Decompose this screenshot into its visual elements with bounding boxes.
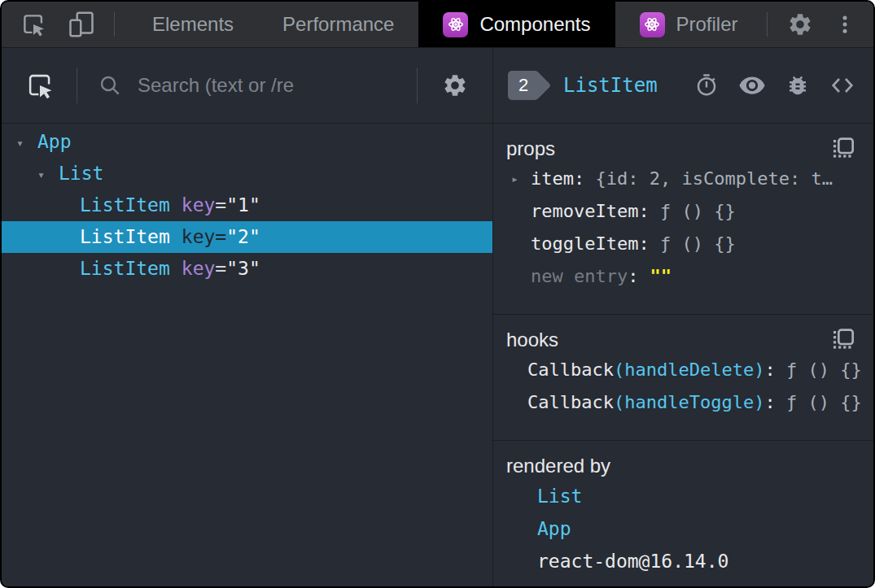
rendered-by-list-item[interactable]: List [493, 480, 873, 512]
expand-arrow[interactable]: ▸ [511, 163, 531, 195]
key-attr-value: "2" [226, 226, 260, 247]
tab-elements[interactable]: Elements [128, 2, 258, 47]
component-details-panel: 2 ListItem [492, 48, 873, 586]
settings-gear-icon[interactable] [787, 11, 813, 37]
hook-type: Callback [527, 392, 614, 412]
hook-row-handledelete[interactable]: Callback(handleDelete): ƒ () {} [493, 354, 873, 386]
tree-row-listitem-1[interactable]: ListItemkey="1" [2, 189, 492, 221]
hook-value: ƒ () {} [786, 359, 862, 380]
tab-profiler[interactable]: Profiler [615, 2, 763, 47]
key-attr-name: key [182, 226, 216, 247]
prop-value: {id: 2, isComplete: t… [595, 168, 832, 189]
selected-component-title: ListItem [563, 74, 658, 97]
details-actions [694, 72, 855, 99]
new-entry-placeholder[interactable]: new entry [531, 266, 628, 286]
key-attr-name: key [182, 258, 216, 279]
equals-sign: = [215, 258, 226, 279]
components-tree-panel: ▾App ▾List ListItemkey="1" ListItemkey="… [2, 48, 492, 586]
copy-props-icon[interactable] [831, 137, 857, 163]
expand-arrow[interactable]: ▾ [16, 128, 37, 159]
tree-row-listitem-3[interactable]: ListItemkey="3" [2, 253, 492, 285]
props-section-title: props [493, 135, 873, 163]
owner-link-list[interactable]: List [537, 486, 582, 507]
device-toolbar-icon[interactable] [67, 10, 96, 39]
more-options-kebab-icon[interactable] [833, 12, 857, 37]
prop-value: ƒ () {} [660, 201, 736, 221]
rendered-by-list-item[interactable]: App [493, 512, 873, 545]
inspect-dom-eye-icon[interactable] [738, 72, 766, 99]
key-attr-value: "3" [226, 258, 260, 279]
search-icon [97, 72, 123, 98]
separator: : [628, 266, 638, 286]
renderer-version: react-dom@16.14.0 [537, 551, 728, 572]
view-source-code-icon[interactable] [829, 72, 855, 98]
expand-arrow[interactable]: ▾ [37, 159, 59, 191]
component-name: ListItem [80, 194, 170, 216]
tree-row-app[interactable]: ▾App [2, 126, 492, 158]
suspend-timer-icon[interactable] [694, 73, 719, 98]
prop-name: item [531, 168, 574, 189]
rendered-by-title: rendered by [493, 452, 873, 480]
select-element-picker-icon[interactable] [24, 70, 55, 101]
prop-name: removeItem [531, 201, 638, 221]
inspect-element-icon[interactable] [20, 11, 47, 38]
hook-value: ƒ () {} [786, 392, 862, 412]
component-name: App [37, 131, 72, 152]
react-logo-icon [640, 12, 665, 37]
tree-toolbar [2, 48, 492, 124]
react-logo-icon [443, 12, 468, 37]
component-name: List [59, 163, 103, 184]
rendered-by-section: rendered by List App react-dom@16.14.0 [493, 441, 873, 577]
hook-name: (handleToggle) [614, 392, 764, 412]
tab-label: Components [479, 13, 590, 36]
rendered-by-list-item: react-dom@16.14.0 [493, 545, 873, 577]
log-to-console-bug-icon[interactable] [785, 73, 810, 98]
hooks-section: hooks Callback(handleDelete): ƒ () {} Ca… [493, 315, 873, 441]
prop-row-new-entry[interactable]: new entry:"" [493, 260, 873, 293]
tab-label: Elements [152, 13, 234, 36]
tab-label: Performance [282, 13, 394, 36]
new-entry-value-input[interactable]: "" [650, 266, 672, 286]
toolbar-divider [417, 68, 418, 103]
tree-row-list[interactable]: ▾List [2, 158, 492, 189]
component-tree: ▾App ▾List ListItemkey="1" ListItemkey="… [2, 124, 492, 285]
toolbar-divider [77, 68, 77, 103]
tree-settings-gear-icon[interactable] [442, 72, 468, 98]
separator: : [574, 168, 596, 189]
separator: : [764, 392, 786, 412]
tab-components[interactable]: Components [418, 2, 615, 47]
search-input[interactable] [136, 73, 380, 98]
prop-name: toggleItem [531, 233, 638, 254]
separator: : [638, 233, 660, 254]
prop-row-removeitem[interactable]: removeItem: ƒ () {} [493, 195, 873, 228]
hook-name: (handleDelete) [614, 359, 764, 380]
key-attr-name: key [182, 194, 216, 216]
devtools-window: Elements Performance Components [0, 0, 875, 588]
hooks-section-title: hooks [493, 326, 873, 354]
toolbar-divider [767, 12, 768, 37]
props-section: props ▸item: {id: 2, isComplete: t… remo… [493, 124, 873, 315]
copy-hooks-icon[interactable] [831, 328, 857, 354]
key-attr-value: "1" [226, 194, 260, 216]
prop-row-item[interactable]: ▸item: {id: 2, isComplete: t… [493, 163, 873, 195]
owner-link-app[interactable]: App [537, 518, 571, 539]
hook-type: Callback [527, 359, 614, 380]
equals-sign: = [215, 194, 226, 216]
equals-sign: = [215, 226, 226, 247]
prop-row-toggleitem[interactable]: toggleItem: ƒ () {} [493, 228, 873, 260]
key-badge: 2 [508, 71, 539, 100]
devtools-tab-bar: Elements Performance Components [2, 2, 873, 48]
separator: : [638, 201, 660, 221]
tree-row-listitem-2-selected[interactable]: ListItemkey="2" [2, 221, 492, 253]
tab-performance[interactable]: Performance [258, 2, 418, 47]
prop-value: ƒ () {} [660, 233, 736, 254]
hook-row-handletoggle[interactable]: Callback(handleToggle): ƒ () {} [493, 386, 873, 419]
toolbar-divider [114, 12, 115, 37]
component-name: ListItem [80, 258, 170, 279]
separator: : [764, 359, 786, 380]
component-name: ListItem [80, 226, 170, 247]
tab-label: Profiler [676, 13, 738, 36]
panels-container: ▾App ▾List ListItemkey="1" ListItemkey="… [2, 48, 873, 586]
details-header: 2 ListItem [493, 48, 873, 124]
key-badge-value: 2 [508, 71, 539, 100]
